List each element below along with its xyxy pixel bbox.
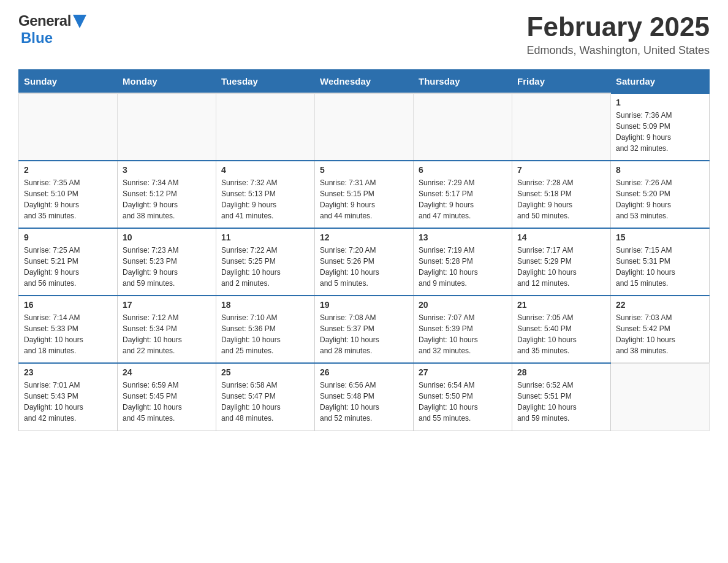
calendar-cell: 19Sunrise: 7:08 AM Sunset: 5:37 PM Dayli… — [315, 296, 414, 363]
day-number: 2 — [24, 165, 112, 175]
weekday-header-thursday: Thursday — [414, 70, 512, 94]
calendar-cell — [315, 93, 414, 161]
calendar-cell: 10Sunrise: 7:23 AM Sunset: 5:23 PM Dayli… — [118, 228, 216, 296]
day-number: 17 — [123, 300, 211, 310]
day-number: 12 — [320, 232, 408, 242]
calendar-cell: 11Sunrise: 7:22 AM Sunset: 5:25 PM Dayli… — [216, 228, 315, 296]
calendar-week-1: 1Sunrise: 7:36 AM Sunset: 5:09 PM Daylig… — [19, 93, 710, 161]
weekday-header-saturday: Saturday — [611, 70, 710, 94]
day-info: Sunrise: 7:31 AM Sunset: 5:15 PM Dayligh… — [320, 177, 408, 221]
calendar-cell: 21Sunrise: 7:05 AM Sunset: 5:40 PM Dayli… — [512, 296, 611, 363]
calendar-cell: 9Sunrise: 7:25 AM Sunset: 5:21 PM Daylig… — [19, 228, 118, 296]
calendar-week-3: 9Sunrise: 7:25 AM Sunset: 5:21 PM Daylig… — [19, 228, 710, 296]
calendar-cell: 16Sunrise: 7:14 AM Sunset: 5:33 PM Dayli… — [19, 296, 118, 363]
day-number: 7 — [517, 165, 605, 175]
calendar-cell: 22Sunrise: 7:03 AM Sunset: 5:42 PM Dayli… — [611, 296, 710, 363]
logo: General Blue — [18, 12, 86, 47]
day-info: Sunrise: 7:28 AM Sunset: 5:18 PM Dayligh… — [517, 177, 605, 221]
calendar-cell — [611, 363, 710, 431]
calendar-cell: 6Sunrise: 7:29 AM Sunset: 5:17 PM Daylig… — [414, 161, 512, 228]
day-number: 6 — [419, 165, 507, 175]
calendar-cell: 27Sunrise: 6:54 AM Sunset: 5:50 PM Dayli… — [414, 363, 512, 431]
day-info: Sunrise: 7:20 AM Sunset: 5:26 PM Dayligh… — [320, 245, 408, 289]
day-info: Sunrise: 7:35 AM Sunset: 5:10 PM Dayligh… — [24, 177, 112, 221]
day-number: 1 — [616, 98, 704, 107]
day-info: Sunrise: 6:52 AM Sunset: 5:51 PM Dayligh… — [517, 380, 605, 424]
calendar-cell: 14Sunrise: 7:17 AM Sunset: 5:29 PM Dayli… — [512, 228, 611, 296]
weekday-header-friday: Friday — [512, 70, 611, 94]
calendar-cell — [118, 93, 216, 161]
calendar-cell: 2Sunrise: 7:35 AM Sunset: 5:10 PM Daylig… — [19, 161, 118, 228]
calendar-table: SundayMondayTuesdayWednesdayThursdayFrid… — [18, 69, 710, 431]
calendar-cell: 20Sunrise: 7:07 AM Sunset: 5:39 PM Dayli… — [414, 296, 512, 363]
calendar-cell: 12Sunrise: 7:20 AM Sunset: 5:26 PM Dayli… — [315, 228, 414, 296]
day-number: 26 — [320, 367, 408, 377]
day-number: 20 — [419, 300, 507, 310]
day-number: 23 — [24, 367, 112, 377]
weekday-header-tuesday: Tuesday — [216, 70, 315, 94]
calendar-cell: 17Sunrise: 7:12 AM Sunset: 5:34 PM Dayli… — [118, 296, 216, 363]
day-info: Sunrise: 7:12 AM Sunset: 5:34 PM Dayligh… — [123, 312, 211, 356]
day-number: 19 — [320, 300, 408, 310]
calendar-cell: 28Sunrise: 6:52 AM Sunset: 5:51 PM Dayli… — [512, 363, 611, 431]
day-number: 16 — [24, 300, 112, 310]
calendar-cell: 7Sunrise: 7:28 AM Sunset: 5:18 PM Daylig… — [512, 161, 611, 228]
title-block: February 2025 Edmonds, Washington, Unite… — [527, 12, 710, 57]
day-info: Sunrise: 7:32 AM Sunset: 5:13 PM Dayligh… — [221, 177, 309, 221]
calendar-cell: 13Sunrise: 7:19 AM Sunset: 5:28 PM Dayli… — [414, 228, 512, 296]
day-info: Sunrise: 7:14 AM Sunset: 5:33 PM Dayligh… — [24, 312, 112, 356]
day-info: Sunrise: 6:54 AM Sunset: 5:50 PM Dayligh… — [419, 380, 507, 424]
day-number: 8 — [616, 165, 704, 175]
day-info: Sunrise: 6:58 AM Sunset: 5:47 PM Dayligh… — [221, 380, 309, 424]
day-number: 18 — [221, 300, 309, 310]
calendar-cell: 8Sunrise: 7:26 AM Sunset: 5:20 PM Daylig… — [611, 161, 710, 228]
day-number: 24 — [123, 367, 211, 377]
day-info: Sunrise: 7:10 AM Sunset: 5:36 PM Dayligh… — [221, 312, 309, 356]
weekday-header-wednesday: Wednesday — [315, 70, 414, 94]
day-number: 11 — [221, 232, 309, 242]
calendar-cell: 3Sunrise: 7:34 AM Sunset: 5:12 PM Daylig… — [118, 161, 216, 228]
calendar-cell: 24Sunrise: 6:59 AM Sunset: 5:45 PM Dayli… — [118, 363, 216, 431]
weekday-header-monday: Monday — [118, 70, 216, 94]
day-info: Sunrise: 7:15 AM Sunset: 5:31 PM Dayligh… — [616, 245, 704, 289]
day-info: Sunrise: 7:36 AM Sunset: 5:09 PM Dayligh… — [616, 110, 704, 154]
page-header: General Blue February 2025 Edmonds, Wash… — [18, 12, 710, 57]
day-number: 10 — [123, 232, 211, 242]
day-info: Sunrise: 6:56 AM Sunset: 5:48 PM Dayligh… — [320, 380, 408, 424]
day-number: 4 — [221, 165, 309, 175]
calendar-week-5: 23Sunrise: 7:01 AM Sunset: 5:43 PM Dayli… — [19, 363, 710, 431]
calendar-cell: 5Sunrise: 7:31 AM Sunset: 5:15 PM Daylig… — [315, 161, 414, 228]
calendar-cell: 23Sunrise: 7:01 AM Sunset: 5:43 PM Dayli… — [19, 363, 118, 431]
logo-general-text: General — [18, 12, 71, 29]
calendar-cell — [414, 93, 512, 161]
calendar-cell — [216, 93, 315, 161]
day-info: Sunrise: 7:08 AM Sunset: 5:37 PM Dayligh… — [320, 312, 408, 356]
day-info: Sunrise: 7:01 AM Sunset: 5:43 PM Dayligh… — [24, 380, 112, 424]
calendar-cell: 15Sunrise: 7:15 AM Sunset: 5:31 PM Dayli… — [611, 228, 710, 296]
day-number: 25 — [221, 367, 309, 377]
calendar-cell: 26Sunrise: 6:56 AM Sunset: 5:48 PM Dayli… — [315, 363, 414, 431]
svg-marker-0 — [73, 15, 86, 28]
day-info: Sunrise: 7:23 AM Sunset: 5:23 PM Dayligh… — [123, 245, 211, 289]
day-info: Sunrise: 7:17 AM Sunset: 5:29 PM Dayligh… — [517, 245, 605, 289]
calendar-cell: 1Sunrise: 7:36 AM Sunset: 5:09 PM Daylig… — [611, 93, 710, 161]
weekday-header-sunday: Sunday — [19, 70, 118, 94]
day-info: Sunrise: 7:22 AM Sunset: 5:25 PM Dayligh… — [221, 245, 309, 289]
logo-triangle-icon — [73, 15, 86, 28]
day-info: Sunrise: 7:29 AM Sunset: 5:17 PM Dayligh… — [419, 177, 507, 221]
calendar-week-2: 2Sunrise: 7:35 AM Sunset: 5:10 PM Daylig… — [19, 161, 710, 228]
calendar-week-4: 16Sunrise: 7:14 AM Sunset: 5:33 PM Dayli… — [19, 296, 710, 363]
calendar-cell: 4Sunrise: 7:32 AM Sunset: 5:13 PM Daylig… — [216, 161, 315, 228]
month-title: February 2025 — [527, 12, 710, 42]
logo-blue-text: Blue — [21, 29, 53, 47]
location-subtitle: Edmonds, Washington, United States — [527, 44, 710, 57]
day-number: 21 — [517, 300, 605, 310]
calendar-cell: 18Sunrise: 7:10 AM Sunset: 5:36 PM Dayli… — [216, 296, 315, 363]
day-number: 14 — [517, 232, 605, 242]
day-number: 22 — [616, 300, 704, 310]
day-info: Sunrise: 7:03 AM Sunset: 5:42 PM Dayligh… — [616, 312, 704, 356]
day-number: 5 — [320, 165, 408, 175]
day-info: Sunrise: 6:59 AM Sunset: 5:45 PM Dayligh… — [123, 380, 211, 424]
day-info: Sunrise: 7:07 AM Sunset: 5:39 PM Dayligh… — [419, 312, 507, 356]
day-number: 13 — [419, 232, 507, 242]
